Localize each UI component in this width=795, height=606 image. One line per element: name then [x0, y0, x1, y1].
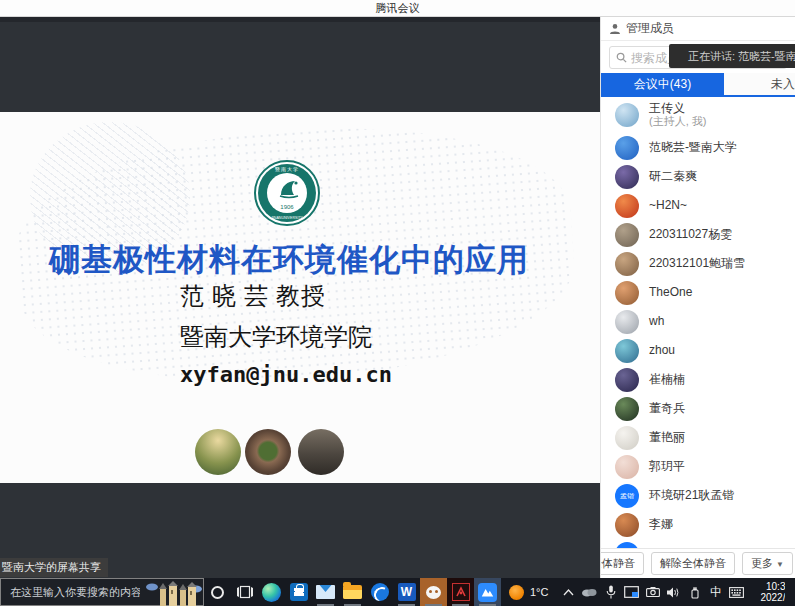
wechat-icon	[426, 586, 441, 599]
hidden-icons-button[interactable]	[558, 578, 579, 606]
screen-share-tray-button[interactable]	[621, 578, 642, 606]
member-name: 220312101鲍瑞雪	[649, 257, 745, 270]
search-icon	[616, 52, 627, 63]
member-tabs: 会议中(43) 未入会	[601, 73, 795, 97]
more-button-label: 更多	[751, 557, 773, 569]
tab-in-meeting[interactable]: 会议中(43)	[601, 73, 724, 95]
member-avatar	[615, 223, 639, 247]
unmute-all-button[interactable]: 解除全体静音	[651, 552, 735, 575]
microsoft-store-button[interactable]	[285, 578, 312, 606]
screen-share-banner: 暨南大学的屏幕共享	[0, 558, 108, 577]
screen: 腾讯会议 暨南大学 JINANUNIVERSITY 1906	[0, 0, 795, 606]
member-row[interactable]: 崔楠楠	[601, 365, 795, 394]
member-row[interactable]: 220312101鲍瑞雪	[601, 249, 795, 278]
wechat-button[interactable]	[420, 578, 447, 606]
ime-zh-label: 中	[710, 584, 722, 601]
member-name: TheOne	[649, 286, 692, 299]
member-name: 范晓芸-暨南大学	[649, 141, 737, 154]
onedrive-tray-button[interactable]	[579, 578, 600, 606]
member-name: 崔楠楠	[649, 373, 685, 386]
member-row[interactable]: 李娜	[601, 510, 795, 539]
word-button[interactable]: W	[393, 578, 420, 606]
member-row[interactable]: 郭玥平	[601, 452, 795, 481]
mail-button[interactable]	[312, 578, 339, 606]
clock-date: 2022/	[749, 592, 785, 603]
member-row[interactable]: 王传义(主持人, 我)	[601, 97, 795, 133]
cortana-button[interactable]	[204, 578, 231, 606]
file-explorer-button[interactable]	[339, 578, 366, 606]
weather-temperature: 1°C	[530, 586, 548, 598]
acrobat-button[interactable]	[447, 578, 474, 606]
photo-city	[298, 429, 344, 475]
presenter-email: xyfan@jnu.edu.cn	[180, 362, 392, 387]
microphone-tray-button[interactable]	[600, 578, 621, 606]
microphone-icon	[606, 585, 616, 599]
presenter-name: 范 晓 芸 教授	[180, 280, 392, 312]
chevron-up-icon	[563, 589, 574, 596]
member-row[interactable]	[601, 539, 795, 548]
slide-title: 硼基极性材料在环境催化中的应用	[0, 239, 578, 281]
touch-keyboard-button[interactable]	[726, 578, 747, 606]
member-row[interactable]: TheOne	[601, 278, 795, 307]
logo-sail-icon	[276, 178, 302, 200]
member-avatar	[615, 513, 639, 537]
tab-not-joined[interactable]: 未入会	[724, 73, 795, 95]
weather-sun-icon	[509, 585, 524, 600]
member-name: 220311027杨雯	[649, 228, 732, 241]
mute-all-button[interactable]: 全体静音	[600, 552, 644, 575]
member-name: 李娜	[649, 518, 673, 531]
member-row[interactable]: zhou	[601, 336, 795, 365]
camera-tray-button[interactable]	[642, 578, 663, 606]
file-explorer-icon	[343, 585, 362, 599]
member-avatar	[615, 310, 639, 334]
member-row[interactable]: 范晓芸-暨南大学	[601, 133, 795, 162]
mail-icon	[316, 585, 335, 599]
usb-tray-button[interactable]	[684, 578, 705, 606]
presenter-affiliation: 暨南大学环境学院	[180, 321, 392, 353]
member-row[interactable]: ~H2N~	[601, 191, 795, 220]
member-avatar	[615, 252, 639, 276]
member-name: 研二秦爽	[649, 170, 697, 183]
member-avatar	[615, 103, 639, 127]
task-view-icon	[237, 585, 253, 599]
tab-not-joined-label: 未入会	[771, 76, 795, 93]
taskbar: W 1°C	[0, 578, 795, 606]
member-row[interactable]: 孟锴环境研21耿孟锴	[601, 481, 795, 510]
netdisk-button[interactable]	[366, 578, 393, 606]
edge-button[interactable]	[258, 578, 285, 606]
word-icon: W	[398, 583, 416, 601]
tencent-meeting-button[interactable]	[474, 578, 501, 606]
speaking-toast-text: 正在讲话: 范晓芸-暨南大学	[688, 49, 795, 64]
task-view-button[interactable]	[231, 578, 258, 606]
member-avatar	[615, 368, 639, 392]
member-row[interactable]: 董奇兵	[601, 394, 795, 423]
member-avatar	[615, 281, 639, 305]
speaker-tray-button[interactable]	[663, 578, 684, 606]
photo-seedling	[245, 429, 291, 475]
weather-widget[interactable]: 1°C	[509, 585, 548, 600]
member-name: 郭玥平	[649, 460, 685, 473]
member-row[interactable]: 董艳丽	[601, 423, 795, 452]
search-highlight-castle-icon	[146, 580, 202, 606]
panel-header: 管理成员	[601, 17, 795, 41]
member-name: wh	[649, 315, 664, 328]
search-row: 正在讲话: 范晓芸-暨南大学	[601, 41, 795, 73]
member-name: ~H2N~	[649, 199, 687, 212]
taskbar-clock[interactable]: 10:3 2022/	[749, 581, 785, 603]
taskbar-search-input[interactable]	[10, 586, 140, 598]
photo-forest	[195, 429, 241, 475]
member-row[interactable]: wh	[601, 307, 795, 336]
member-row[interactable]: 220311027杨雯	[601, 220, 795, 249]
more-button[interactable]: 更多 ▼	[742, 552, 793, 575]
shared-screen-area: 暨南大学 JINANUNIVERSITY 1906 硼基极性材料在环境催化中的应…	[0, 17, 600, 578]
member-avatar	[615, 194, 639, 218]
member-row[interactable]: 研二秦爽	[601, 162, 795, 191]
manage-members-panel: 管理成员 正在讲话: 范晓芸-暨南大学	[600, 17, 795, 578]
keyboard-icon	[729, 587, 744, 598]
member-person-icon	[609, 23, 621, 35]
taskbar-search-box[interactable]	[0, 578, 204, 606]
member-list: 王传义(主持人, 我)范晓芸-暨南大学研二秦爽~H2N~220311027杨雯2…	[601, 97, 795, 548]
ime-indicator[interactable]: 中	[705, 578, 726, 606]
window-title: 腾讯会议	[376, 1, 420, 16]
member-note: (主持人, 我)	[649, 115, 706, 128]
